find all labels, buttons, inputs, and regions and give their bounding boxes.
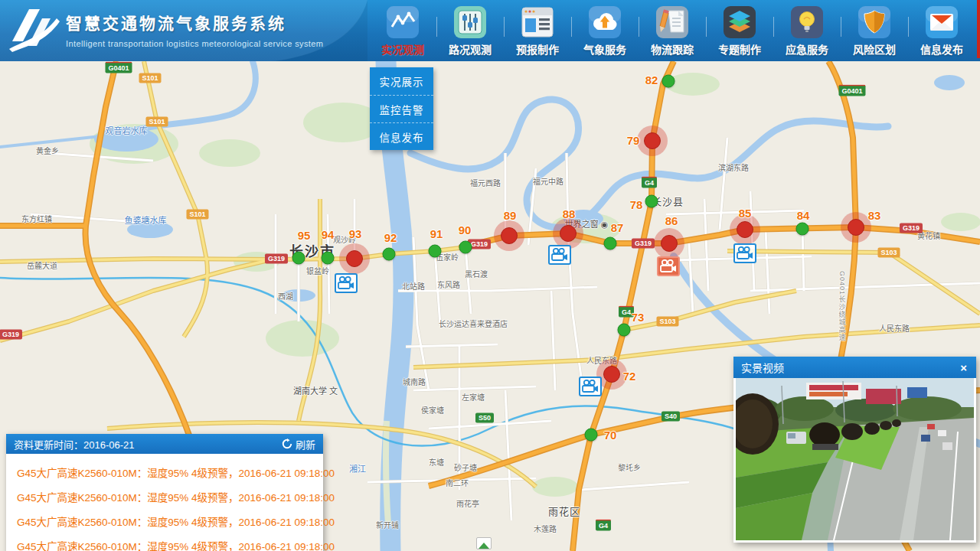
station-number-label: 94 [322,228,335,241]
nav-item-chart[interactable]: 实况观测 [369,0,436,61]
station-marker-85[interactable] [737,221,753,238]
road-badge-G4: G4 [642,177,657,188]
map-label: 黑石渡 [465,268,488,279]
station-number-label: 85 [739,207,752,220]
station-marker-72[interactable] [603,366,620,383]
layers-icon [723,5,756,39]
nav-item-cloud-upload[interactable]: 气象服务 [571,0,639,61]
nav-item-layers[interactable]: 专题制作 [706,0,773,61]
nav-item-label: 实况观测 [381,41,424,57]
nav-item-forecast-window[interactable]: 预报制作 [504,0,571,61]
map-label: 岳麓大道 [27,259,57,271]
map-label: 黄金乡 [36,145,59,156]
camera-icon[interactable] [548,245,571,265]
refresh-icon [282,439,292,449]
map-label: 福元中路 [533,175,564,187]
station-marker-78[interactable] [645,195,658,208]
station-number-label: 84 [797,209,810,222]
station-number-label: 91 [430,227,443,240]
station-marker-93[interactable] [346,250,363,267]
alert-list: G45大广高速K2560-010M：湿度95% 4级预警，2016-06-21 … [6,454,323,551]
station-marker-88[interactable] [560,225,577,242]
refresh-button[interactable]: 刷新 [282,437,315,452]
dropdown-item-1[interactable]: 实况展示 [370,67,433,95]
station-marker-89[interactable] [501,227,518,244]
map-label: 福元西路 [470,177,501,188]
nav-item-mail[interactable]: 信息发布 [908,0,975,61]
station-number-label: 86 [665,214,678,227]
shield-icon [858,5,891,39]
station-marker-87[interactable] [604,237,617,250]
mail-icon [925,5,959,39]
main-nav: 实况观测路况观测预报制作气象服务物流跟踪专题制作应急服务风险区划信息发布 [369,0,975,61]
road-badge-G319: G319 [632,239,655,249]
nav-item-label: 物流跟踪 [651,41,694,57]
station-marker-92[interactable] [383,248,396,261]
update-time-label: 资料更新时间：2016-06-21 [14,437,135,452]
station-marker-91[interactable] [429,245,442,258]
camera-icon[interactable] [335,273,358,293]
station-number-label: 82 [645,73,658,86]
camera-icon[interactable] [733,243,756,263]
map-label: 人民东路 [586,354,617,366]
station-marker-84[interactable] [796,223,809,236]
map-label: G0401长沙绕城高速 [838,271,848,341]
station-number-label: 90 [459,223,472,236]
map-label: 雨花亭 [456,497,479,509]
map-label: 东风路 [437,279,460,290]
live-video-panel: 实景视频 × [733,357,976,543]
map-label: 侯家塘 [421,404,444,416]
header-bar: 智慧交通物流气象服务系统 Intelligent transportation … [0,0,980,61]
map-label: 北站路 [402,280,425,292]
camera-icon[interactable] [657,256,680,276]
station-number-label: 92 [384,231,397,244]
nav-item-label: 路况观测 [449,41,492,57]
video-panel-title: 实景视频 [741,360,784,375]
alert-row: G45大广高速K2560-010M：湿度95% 4级预警，2016-06-21 … [6,484,323,509]
map-label: 雨花区 [548,504,580,518]
nav-item-pencil-note[interactable]: 物流跟踪 [639,0,706,61]
nav-item-sliders[interactable]: 路况观测 [436,0,504,61]
nav-item-label: 预报制作 [516,41,559,57]
map-label: 鱼婆塘水库 [125,214,167,226]
station-marker-83[interactable] [848,219,864,236]
map-label: 木莲路 [534,523,557,534]
station-marker-79[interactable] [644,132,661,149]
alert-row: G45大广高速K2560-010M：湿度95% 4级预警，2016-06-21 … [6,509,323,533]
alert-row: G45大广高速K2560-010M：湿度95% 4级预警，2016-06-21 … [6,460,323,484]
station-number-label: 72 [623,370,636,383]
app-logo-icon [6,6,61,54]
map-attribution [476,537,492,549]
station-marker-73[interactable] [618,324,631,337]
station-marker-90[interactable] [459,241,472,254]
map-label: 观音岩水库 [106,124,148,136]
refresh-label: 刷新 [296,437,315,452]
dropdown-item-2[interactable]: 监控告警 [370,95,433,122]
road-badge-S50: S50 [475,413,494,423]
nav-item-bulb[interactable]: 应急服务 [773,0,841,61]
nav-item-label: 信息发布 [920,41,963,57]
nav-item-label: 风险区划 [853,41,896,57]
station-marker-94[interactable] [322,252,335,265]
map-label: 黎圫乡 [618,461,641,473]
map-label: 银盆岭 [306,265,329,276]
road-badge-G4: G4 [596,520,611,531]
alert-panel: 资料更新时间：2016-06-21 刷新 G45大广高速K2560-010M：湿… [6,434,323,551]
station-marker-86[interactable] [661,235,678,252]
map-label: 东塘 [429,456,444,468]
station-number-label: 89 [504,209,517,222]
video-panel-header: 实景视频 × [733,357,976,378]
live-video-frame[interactable] [736,378,974,540]
road-badge-G0401: G0401 [838,85,865,96]
dropdown-item-3[interactable]: 信息发布 [370,122,433,150]
road-badge-S101: S101 [145,117,168,127]
camera-icon[interactable] [579,377,602,396]
road-badge-S101: S101 [139,73,161,83]
map-label: 湖南大学 文 [293,384,338,396]
map-label: 砂子塘 [454,461,477,473]
station-marker-95[interactable] [292,252,305,265]
close-icon[interactable]: × [959,361,969,374]
station-marker-70[interactable] [585,429,598,442]
nav-item-shield[interactable]: 风险区划 [841,0,908,61]
station-marker-82[interactable] [662,75,675,88]
